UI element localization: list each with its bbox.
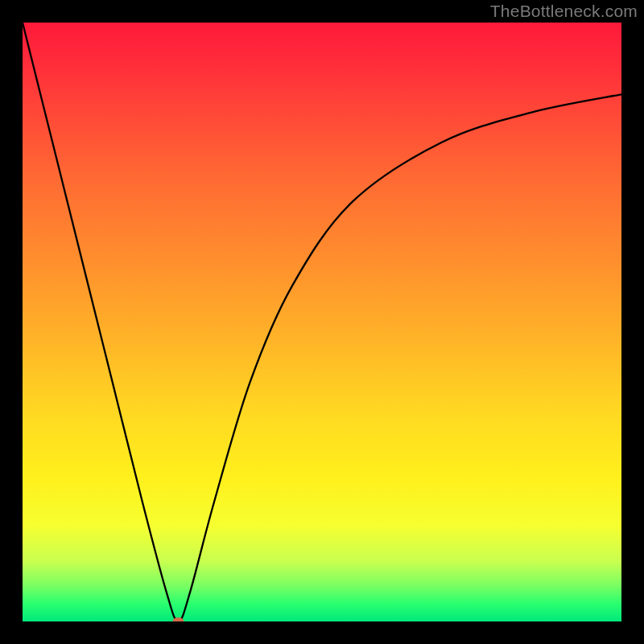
chart-frame [23,23,621,621]
watermark-text: TheBottleneck.com [490,2,638,21]
gradient-background [23,23,621,621]
